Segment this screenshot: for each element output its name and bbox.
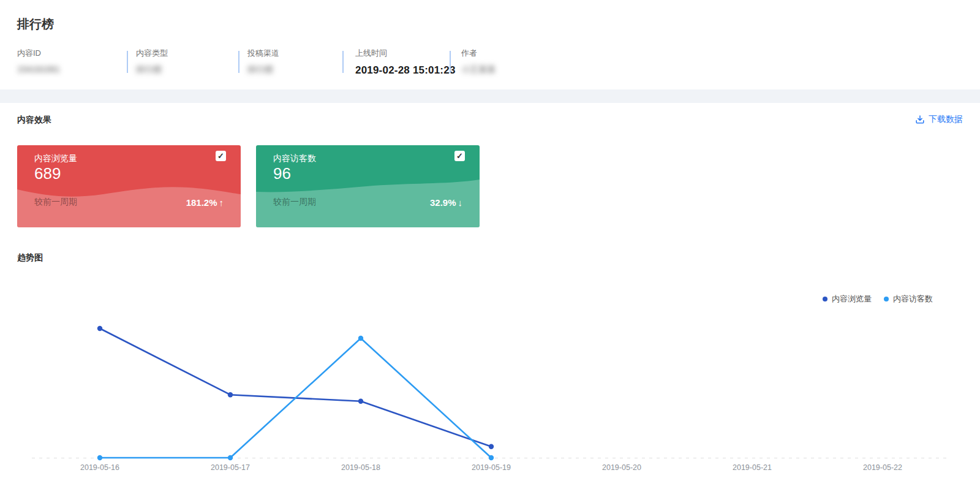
series-line-visitors — [100, 338, 491, 458]
data-point-visitors[interactable] — [489, 455, 494, 460]
meta-value-redacted: 154181061 — [17, 64, 60, 74]
check-icon: ✓ — [217, 152, 224, 160]
page-title: 排行榜 — [17, 16, 54, 32]
series-line-views — [100, 328, 491, 447]
meta-value-redacted: 排行榜 — [136, 64, 168, 75]
meta-field-online-time: 上线时间 2019-02-28 15:01:23 — [355, 48, 456, 77]
kpi-card-visitors: 内容访客数 ✓ 96 较前一周期 32.9%↓ — [256, 145, 480, 227]
meta-label: 内容ID — [17, 48, 60, 59]
check-icon: ✓ — [456, 152, 463, 160]
meta-field-content-type: 内容类型 排行榜 — [136, 48, 168, 75]
data-point-visitors[interactable] — [97, 455, 102, 460]
trend-chart: 内容浏览量内容访客数 2019-05-162019-05-172019-05-1… — [0, 270, 980, 489]
kpi-value: 689 — [34, 164, 61, 183]
meta-label: 投稿渠道 — [247, 48, 279, 59]
download-data-button[interactable]: 下载数据 — [915, 114, 963, 125]
trend-chart-canvas: 2019-05-162019-05-172019-05-182019-05-19… — [0, 270, 980, 489]
meta-label: 上线时间 — [355, 48, 456, 59]
effects-section-heading: 内容效果 — [17, 115, 51, 126]
x-axis-tick-label: 2019-05-22 — [863, 463, 902, 472]
meta-field-author: 作者 小王某某 — [461, 48, 496, 75]
data-point-visitors[interactable] — [358, 336, 363, 341]
online-time-value: 2019-02-28 15:01:23 — [355, 64, 456, 77]
meta-divider — [450, 51, 451, 73]
trend-section-heading: 趋势图 — [17, 252, 43, 263]
kpi-compare-label: 较前一周期 — [34, 197, 77, 208]
meta-value-redacted: 小王某某 — [461, 64, 496, 75]
meta-field-content-id: 内容ID 154181061 — [17, 48, 60, 74]
meta-label: 内容类型 — [136, 48, 168, 59]
kpi-card-page-views: 内容浏览量 ✓ 689 较前一周期 181.2%↑ — [17, 145, 241, 227]
meta-divider — [127, 51, 128, 73]
x-axis-tick-label: 2019-05-21 — [733, 463, 772, 472]
kpi-change-value: 181.2%↑ — [186, 197, 224, 208]
x-axis-tick-label: 2019-05-17 — [211, 463, 250, 472]
data-point-visitors[interactable] — [228, 455, 233, 460]
meta-divider — [238, 51, 239, 73]
kpi-compare-label: 较前一周期 — [273, 197, 316, 208]
x-axis-tick-label: 2019-05-20 — [602, 463, 641, 472]
kpi-checkbox-checked[interactable]: ✓ — [454, 151, 465, 161]
download-data-label: 下载数据 — [929, 114, 963, 125]
kpi-change-value: 32.9%↓ — [430, 197, 462, 208]
x-axis-tick-label: 2019-05-16 — [80, 463, 119, 472]
data-point-views[interactable] — [228, 392, 233, 397]
arrow-up-icon: ↑ — [219, 197, 224, 208]
x-axis-tick-label: 2019-05-18 — [341, 463, 380, 472]
x-axis-tick-label: 2019-05-19 — [472, 463, 511, 472]
kpi-card-title: 内容访客数 — [273, 151, 316, 164]
data-point-views[interactable] — [489, 444, 494, 449]
data-point-views[interactable] — [97, 326, 102, 331]
meta-row: 内容ID 154181061 内容类型 排行榜 投稿渠道 排行榜 上线时间 20… — [0, 48, 980, 78]
arrow-down-icon: ↓ — [458, 197, 463, 208]
kpi-card-title: 内容浏览量 — [34, 151, 77, 164]
data-point-views[interactable] — [358, 399, 363, 404]
kpi-value: 96 — [273, 164, 291, 183]
kpi-checkbox-checked[interactable]: ✓ — [216, 151, 226, 161]
meta-label: 作者 — [461, 48, 496, 59]
ranking-detail-page: 排行榜 内容ID 154181061 内容类型 排行榜 投稿渠道 排行榜 上线时… — [0, 0, 980, 489]
meta-field-channel: 投稿渠道 排行榜 — [247, 48, 279, 75]
meta-value-redacted: 排行榜 — [247, 64, 279, 75]
download-icon — [915, 115, 925, 124]
meta-divider — [342, 51, 344, 73]
section-separator — [0, 89, 980, 103]
